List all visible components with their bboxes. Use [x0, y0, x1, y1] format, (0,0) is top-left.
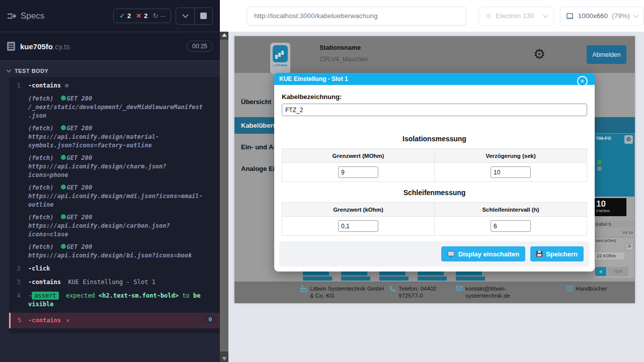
chevron-down-icon: [633, 13, 638, 18]
test-body-header[interactable]: TEST BODY: [0, 65, 220, 77]
fetch-log-entry[interactable]: (fetch)GET 200https://api.iconify.design…: [9, 211, 220, 241]
status-dot-icon: [61, 96, 66, 101]
nav-item-ein-und-ausgaenge[interactable]: Ein- und Au: [234, 143, 277, 151]
spec-timer: 00:25: [187, 41, 213, 52]
cable-name-input[interactable]: [282, 104, 587, 116]
pass-icon: ✓: [119, 12, 125, 20]
measurement-display: 10 0 MOhm: [594, 198, 626, 216]
viewport-select[interactable]: 1000x660 (79%): [560, 7, 644, 26]
cable-name-label: Kabelbezeichnung:: [282, 93, 587, 101]
chevron-down-icon: [543, 13, 548, 18]
fetch-log-entry[interactable]: (fetch)GET 200/_next/static/development/…: [9, 93, 220, 122]
kue-settings-modal: KUE Einstellung - Slot 1 ✕ Kabelbezeichn…: [274, 73, 595, 272]
scroll-up-arrow-icon[interactable]: [222, 33, 227, 37]
station-info: Stationsname CPLV4_Maschen: [319, 44, 368, 63]
save-button[interactable]: Speichern: [530, 246, 584, 261]
stop-icon: [200, 13, 207, 19]
status-dot-icon: [61, 244, 66, 249]
logout-button[interactable]: Abmelden: [587, 45, 626, 64]
command-contains-failed[interactable]: 5 -contains✕ 0: [9, 313, 220, 328]
grenzwert-kohm-input[interactable]: [338, 220, 378, 232]
fetch-status: GET 200: [67, 154, 93, 161]
fetch-label: (fetch): [28, 243, 54, 250]
col-verzoegerung-sek: Verzögerung (sek): [435, 149, 587, 163]
command-name: contains: [32, 317, 61, 324]
stat-passed: ✓ 2: [119, 12, 131, 20]
measurement-value: 10: [596, 199, 624, 209]
fetch-log-entry[interactable]: (fetch)GET 200https://api.iconify.design…: [9, 182, 220, 211]
slot-card-bottom: [418, 271, 447, 281]
schleifenintervall-input[interactable]: [491, 220, 531, 232]
restart-icon: ↻: [152, 12, 158, 20]
fetch-label: (fetch): [28, 95, 54, 102]
fetch-status: GET 200: [67, 184, 93, 191]
pending-count: --: [160, 12, 165, 20]
test-body-label: TEST BODY: [15, 68, 48, 74]
close-icon[interactable]: ✕: [577, 76, 588, 86]
grenzwert-mohm-input[interactable]: [338, 166, 378, 178]
footer-email[interactable]: kontakt@littwin-systemtechnik.de: [456, 285, 516, 299]
specs-menu-arrow-icon: [7, 13, 16, 20]
scrollbar-thumb[interactable]: [220, 40, 228, 351]
command-name: contains: [32, 279, 61, 286]
viewport-zoom: (79%): [612, 12, 630, 20]
slot-card-bottom: [303, 271, 332, 281]
command-contains-1[interactable]: 1 -contains⚙: [9, 79, 220, 93]
firmware-version: V4.19: [622, 230, 633, 235]
modal-title: KUE Einstellung - Slot 1: [279, 75, 348, 82]
stop-button[interactable]: [194, 8, 212, 24]
slot-card-title: 706-FO: [596, 136, 611, 141]
collapse-button[interactable]: [176, 8, 194, 24]
fetch-log-entry[interactable]: (fetch)GET 200https://api.iconify.design…: [9, 122, 220, 152]
factory-icon: [300, 286, 307, 292]
fetch-log-entry[interactable]: (fetch)GET 200https://api.iconify.design…: [9, 152, 220, 182]
fetch-status: GET 200: [67, 214, 93, 221]
loop-table: Grenzwert (kOhm) Schleifenintervall (h): [282, 202, 587, 236]
command-click[interactable]: 2 -click: [9, 262, 220, 276]
command-assert[interactable]: 4 -assert expected <h2.text-sm.font-bold…: [9, 289, 220, 311]
loop-section-title: Schleifenmessung: [282, 189, 587, 197]
spec-name: kue705fo: [20, 42, 53, 51]
command-contains-3[interactable]: 3 -contains KUE Einstellung - Slot 1: [9, 276, 220, 289]
settings-gear-icon[interactable]: ⚙: [533, 46, 545, 62]
modal-titlebar: KUE Einstellung - Slot 1: [274, 73, 595, 85]
viewport-size: 1000x660: [578, 12, 608, 20]
command-number: 5: [11, 316, 28, 324]
test-body-section: TEST BODY 1 -contains⚙ (fetch)GET 200/_n…: [0, 61, 220, 362]
specs-menu[interactable]: Specs: [7, 11, 44, 21]
logo-text: LITTWIN: [273, 64, 287, 67]
reporter-scrollbar[interactable]: [220, 32, 228, 362]
command-number: 2: [9, 264, 28, 272]
scroll-down-arrow-icon[interactable]: [222, 357, 227, 360]
fetch-status: GET 200: [67, 243, 93, 250]
fetch-url: https://api.iconify.design/carbon.json?i…: [28, 222, 170, 238]
ruler-icon: [567, 13, 574, 19]
url-input[interactable]: [247, 7, 466, 26]
col-grenzwert-kohm: Grenzwert (kOhm): [282, 203, 435, 217]
nav-item-analoge-eingaenge[interactable]: Analoge Ei: [234, 165, 275, 172]
footer-manuals[interactable]: Handbücher: [566, 285, 607, 292]
passed-count: 2: [127, 12, 131, 20]
chevron-down-icon: [7, 68, 12, 73]
stat-pending: ↻ --: [152, 12, 165, 20]
verzoegerung-sek-input[interactable]: [491, 166, 531, 178]
electron-icon: ⚛: [485, 12, 492, 21]
monitor-icon: [447, 251, 455, 257]
browser-select[interactable]: ⚛ Electron 130: [478, 7, 554, 26]
measurement-unit: 0 MOhm: [596, 209, 624, 213]
slot-card-bottom: [379, 271, 409, 281]
refresh-icon: ⟳: [625, 243, 633, 250]
runner-url-bar: ⚛ Electron 130 1000x660 (79%): [220, 0, 644, 32]
status-dot-icon: [61, 125, 66, 130]
nav-item-uebersicht[interactable]: Übersicht: [234, 98, 271, 106]
fetch-log-entry[interactable]: (fetch)GET 200https://api.iconify.design…: [9, 241, 220, 262]
fetch-url: https://api.iconify.design/charm.json?ic…: [28, 163, 167, 178]
status-gray-dot: [597, 166, 602, 171]
assert-text-bold: be: [193, 292, 200, 299]
spec-row[interactable]: kue705fo .cy.ts 00:25: [0, 32, 220, 61]
app-header: Stationsname CPLV4_Maschen ⚙ Abmelden: [234, 36, 635, 73]
display-on-button[interactable]: Display einschalten: [441, 246, 525, 261]
status-green-dot: [597, 160, 602, 164]
command-argument: KUE Einstellung - Slot 1: [68, 279, 155, 286]
modal-footer: Display einschalten Speichern: [279, 241, 590, 266]
